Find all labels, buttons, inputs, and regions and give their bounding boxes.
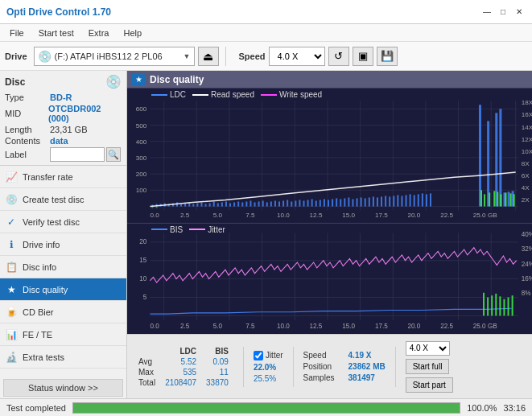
sidebar-item-disc-quality-label: Disc quality [23,285,68,294]
sidebar-item-create-test-disc[interactable]: 💿 Create test disc [0,188,126,211]
stats-header-ldc: LDC [160,346,201,356]
svg-text:6X: 6X [522,172,530,179]
read-speed-legend: Read speed [192,90,254,99]
nav-items: 📈 Transfer rate 💿 Create test disc ✓ Ver… [0,166,126,377]
svg-rect-83 [303,200,304,206]
stats-total-ldc: 2108407 [160,377,201,388]
sidebar-item-disc-quality[interactable]: ★ Disc quality [0,278,126,301]
sidebar-item-disc-info-label: Disc info [23,262,56,272]
main-content: Disc 💿 Type BD-R MID OTCBDR002 (000) Len… [0,71,532,398]
svg-rect-177 [512,295,513,315]
stats-max-bis: 11 [201,367,233,377]
svg-text:5: 5 [143,292,147,301]
svg-rect-113 [426,194,427,206]
eject-icon: ⏏ [203,50,213,63]
svg-text:4X: 4X [522,184,530,192]
svg-text:15.0: 15.0 [342,212,355,219]
svg-text:400: 400 [136,138,147,146]
svg-rect-103 [385,196,386,206]
sidebar-item-fe-te[interactable]: 📊 FE / TE [0,323,126,346]
charts-container: LDC Read speed Write speed [127,89,532,334]
sidebar-item-disc-info[interactable]: 📋 Disc info [0,256,126,278]
disc-mid-row: MID OTCBDR002 (000) [5,104,122,123]
svg-text:12.5: 12.5 [310,322,323,331]
sidebar-item-drive-info[interactable]: ℹ Drive info [0,233,126,256]
title-bar: Opti Drive Control 1.70 — □ ✕ [0,0,532,24]
stats-total-label: Total [134,377,160,388]
title-bar-left: Opti Drive Control 1.70 [6,6,111,18]
speed-selector[interactable]: 4.0 X 1.0 X 2.0 X 6.0 X 8.0 X [269,47,325,66]
svg-rect-99 [369,197,370,206]
stats-separator-3 [395,347,396,387]
disc-quality-header-icon: ★ [132,73,145,86]
sidebar-item-verify-test-disc-label: Verify test disc [23,217,80,227]
samples-label: Samples [303,373,345,382]
stats-speed-selector[interactable]: 4.0 X 1.0 X 2.0 X [406,341,450,356]
stats-total-row: Total 2108407 33870 [134,377,233,388]
sidebar-item-verify-test-disc[interactable]: ✓ Verify test disc [0,211,126,233]
sidebar: Disc 💿 Type BD-R MID OTCBDR002 (000) Len… [0,71,127,398]
svg-rect-69 [245,201,247,206]
svg-rect-110 [414,195,415,206]
save-button[interactable]: 💾 [377,47,398,66]
menu-help[interactable]: Help [117,27,148,39]
disc-label-input[interactable] [50,147,105,162]
start-part-button[interactable]: Start part [406,377,453,393]
start-full-button[interactable]: Start full [406,359,450,374]
jitter-checkbox[interactable] [254,351,263,360]
svg-rect-93 [344,198,345,206]
eject-button[interactable]: ⏏ [198,47,219,66]
svg-rect-67 [237,201,239,206]
svg-rect-88 [324,199,325,206]
stats-avg-bis: 0.09 [201,356,233,367]
svg-rect-175 [503,299,505,316]
stats-avg-row: Avg 5.52 0.09 [134,356,233,367]
close-button[interactable]: ✕ [513,6,526,19]
drive-selector[interactable]: 💿 (F:) ATAPI iHBS112 2 PL06 ▼ [34,47,195,66]
svg-rect-171 [487,297,489,315]
svg-rect-130 [505,192,506,206]
svg-rect-174 [499,296,501,315]
minimize-button[interactable]: — [480,6,493,19]
svg-text:24%: 24% [522,259,532,268]
svg-rect-109 [410,194,411,206]
status-text: Test completed [3,403,69,413]
label-search-button[interactable]: 🔍 [106,147,121,162]
sidebar-item-cd-bier[interactable]: 🍺 CD Bier [0,301,126,323]
disc-length-value: 23,31 GB [50,125,87,134]
svg-rect-127 [493,191,495,206]
sidebar-item-extra-tests[interactable]: 🔬 Extra tests [0,346,126,369]
svg-rect-101 [377,197,378,206]
svg-rect-53 [180,204,182,207]
svg-rect-78 [282,200,284,206]
menu-start-test[interactable]: Start test [32,27,80,39]
menu-file[interactable]: File [3,27,31,39]
svg-rect-64 [225,201,227,206]
sidebar-item-transfer-rate[interactable]: 📈 Transfer rate [0,166,126,188]
stats-header-bis: BIS [201,346,233,356]
svg-rect-60 [209,203,211,206]
stats-table: LDC BIS Avg 5.52 0.09 Max 535 [134,346,233,388]
svg-rect-79 [287,200,288,206]
svg-text:32%: 32% [522,245,532,253]
svg-text:25.0 GB: 25.0 GB [473,212,497,219]
svg-text:14X: 14X [522,124,532,131]
svg-rect-173 [495,294,497,315]
top-chart-legend: LDC Read speed Write speed [151,90,322,99]
svg-rect-76 [274,200,276,206]
disc-type-label: Type [5,93,50,102]
svg-rect-108 [405,195,406,206]
jitter-legend-color [189,229,205,230]
menu-extra[interactable]: Extra [82,27,116,39]
refresh-button[interactable]: ↺ [328,47,349,66]
svg-rect-77 [278,201,280,206]
svg-text:100: 100 [136,187,147,194]
svg-rect-65 [229,203,231,206]
svg-text:12X: 12X [522,136,532,143]
svg-rect-81 [295,200,296,206]
speed-label: Speed [239,51,266,61]
status-window-button[interactable]: Status window >> [3,379,123,397]
save-icon: 💾 [381,50,394,62]
config-button[interactable]: ▣ [353,47,373,66]
maximize-button[interactable]: □ [497,6,509,19]
